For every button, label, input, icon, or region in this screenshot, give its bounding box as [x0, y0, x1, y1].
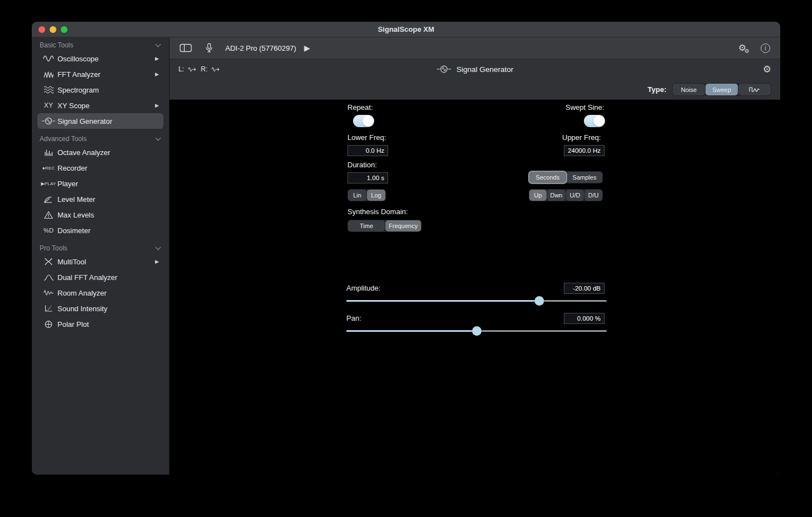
sidebar-item-label: Oscilloscope: [57, 55, 155, 63]
small-gear-icon: ⚙: [745, 49, 750, 54]
sidebar-item-label: Signal Generator: [57, 117, 159, 125]
sidebar-toggle-icon[interactable]: [180, 44, 192, 52]
device-name[interactable]: ADI-2 Pro (57760297): [225, 44, 296, 52]
sweep-direction-segmented-control: Up Dwn U/D D/U: [529, 189, 603, 201]
sidebar-item-signal-generator[interactable]: Signal Generator: [37, 113, 163, 129]
dosimeter-icon-text: %D: [44, 227, 54, 234]
microphone-icon[interactable]: [205, 43, 213, 53]
xy-icon-text: XY: [44, 102, 53, 109]
direction-option-up[interactable]: Up: [529, 190, 547, 201]
sidebar-item-label: Room Analyzer: [57, 289, 159, 297]
sidebar-item-label: Player: [57, 180, 159, 188]
octave-analyzer-icon: [40, 148, 57, 156]
toolbar: ADI-2 Pro (57760297) ▶ ⚙⚙ i: [170, 37, 780, 59]
disclosure-arrow-icon[interactable]: ▶: [155, 103, 159, 108]
right-signal-meter-icon[interactable]: [211, 66, 220, 73]
polar-plot-icon: [40, 320, 57, 328]
type-option-sweep[interactable]: Sweep: [705, 84, 738, 95]
amplitude-slider[interactable]: [346, 296, 607, 306]
dual-fft-icon: [40, 274, 57, 281]
direction-option-ud[interactable]: U/D: [566, 190, 584, 201]
right-channel-label: R:: [201, 65, 207, 73]
pan-slider[interactable]: [346, 326, 607, 336]
lower-freq-label: Lower Freq:: [347, 133, 386, 142]
slider-fill: [346, 330, 477, 332]
minimize-button[interactable]: [50, 26, 56, 33]
lower-freq-value: 0.0 Hz: [366, 147, 384, 154]
swept-sine-toggle[interactable]: [584, 115, 605, 127]
sidebar-item-label: Dosimeter: [57, 226, 159, 235]
sidebar-item-polar-plot[interactable]: Polar Plot: [37, 316, 163, 332]
sidebar-item-label: Recorder: [57, 164, 159, 172]
amplitude-slider-thumb[interactable]: [534, 296, 544, 306]
zoom-button[interactable]: [61, 26, 67, 33]
pan-slider-thumb[interactable]: [472, 326, 481, 336]
amplitude-input[interactable]: -20.00 dB: [564, 283, 605, 294]
sidebar-item-oscilloscope[interactable]: Oscilloscope ▶: [37, 51, 163, 66]
sidebar-item-multitool[interactable]: MultiTool ▶: [37, 254, 163, 269]
oscilloscope-icon: [40, 55, 57, 62]
chevron-down-icon[interactable]: [156, 135, 161, 141]
type-option-arbitrary[interactable]: [738, 84, 771, 95]
pan-input[interactable]: 0.000 %: [564, 313, 605, 324]
duration-value: 1.00 s: [367, 175, 384, 181]
rec-icon-text: ●REC: [42, 166, 55, 171]
sidebar-item-max-levels[interactable]: Max Levels: [37, 207, 163, 223]
sidebar-item-label: Max Levels: [57, 211, 159, 219]
sidebar-item-octave-analyzer[interactable]: Octave Analyzer: [37, 144, 163, 160]
sidebar-item-fft-analyzer[interactable]: FFT Analyzer ▶: [37, 66, 163, 82]
sidebar-item-dosimeter[interactable]: %D Dosimeter: [37, 223, 163, 238]
sidebar-item-level-meter[interactable]: Level Meter: [37, 191, 163, 207]
tool-header: L: R:: [170, 59, 780, 100]
amplitude-value: -20.00 dB: [573, 285, 601, 292]
info-icon[interactable]: i: [761, 44, 770, 53]
duration-unit-seconds[interactable]: Seconds: [529, 172, 566, 183]
sidebar-item-room-analyzer[interactable]: Room Analyzer: [37, 285, 163, 301]
duration-label: Duration:: [347, 161, 377, 169]
sidebar-item-player[interactable]: ▶PLAY Player: [37, 176, 163, 191]
titlebar: SignalScope XM: [32, 22, 780, 37]
disclosure-arrow-icon[interactable]: ▶: [155, 259, 159, 264]
synthesis-option-time[interactable]: Time: [348, 220, 385, 231]
type-option-noise[interactable]: Noise: [673, 84, 705, 95]
scale-option-log[interactable]: Log: [367, 190, 385, 201]
left-signal-meter-icon[interactable]: [188, 66, 197, 73]
play-button[interactable]: ▶: [304, 44, 310, 52]
toggle-knob: [362, 115, 374, 127]
xy-scope-icon: XY: [40, 102, 57, 109]
upper-freq-input[interactable]: 24000.0 Hz: [564, 145, 605, 156]
close-button[interactable]: [38, 26, 45, 33]
sidebar-item-sound-intensity[interactable]: Sound Intensity: [37, 301, 163, 316]
sidebar-item-dual-fft-analyzer[interactable]: Dual FFT Analyzer: [37, 269, 163, 285]
slider-fill: [346, 300, 539, 302]
sidebar-item-spectrogram[interactable]: Spectrogram: [37, 82, 163, 98]
signal-generator-icon: [40, 117, 57, 125]
signal-type-segmented-control: Noise Sweep: [672, 83, 771, 96]
lower-freq-input[interactable]: 0.0 Hz: [347, 145, 388, 156]
room-analyzer-icon: [40, 289, 57, 297]
sidebar-item-xy-scope[interactable]: XY XY Scope ▶: [37, 98, 163, 113]
sidebar-item-label: FFT Analyzer: [57, 70, 155, 79]
synthesis-domain-segmented-control: Time Frequency: [347, 220, 422, 232]
settings-gears-icon[interactable]: ⚙⚙: [738, 44, 746, 52]
synthesis-option-frequency[interactable]: Frequency: [385, 220, 421, 231]
duration-unit-samples[interactable]: Samples: [567, 172, 602, 183]
tool-title: Signal Generator: [436, 65, 513, 74]
tool-title-text: Signal Generator: [456, 65, 513, 74]
sidebar-section-pro-tools: Pro Tools: [32, 243, 169, 254]
upper-freq-label: Upper Freq:: [562, 133, 601, 142]
duration-input[interactable]: 1.00 s: [347, 172, 388, 183]
repeat-toggle[interactable]: [353, 115, 374, 127]
disclosure-arrow-icon[interactable]: ▶: [155, 56, 159, 61]
level-meter-icon: [40, 195, 57, 204]
chevron-down-icon[interactable]: [156, 41, 161, 47]
direction-option-dwn[interactable]: Dwn: [547, 190, 566, 201]
gear-icon[interactable]: ⚙: [763, 65, 771, 74]
arbitrary-waveform-icon: [749, 86, 760, 93]
direction-option-du[interactable]: D/U: [584, 190, 602, 201]
disclosure-arrow-icon[interactable]: ▶: [155, 71, 159, 77]
chevron-down-icon[interactable]: [156, 244, 161, 250]
sidebar-item-label: Spectrogram: [57, 86, 159, 94]
sidebar-item-recorder[interactable]: ●REC Recorder: [37, 160, 163, 176]
scale-option-lin[interactable]: Lin: [348, 190, 366, 201]
